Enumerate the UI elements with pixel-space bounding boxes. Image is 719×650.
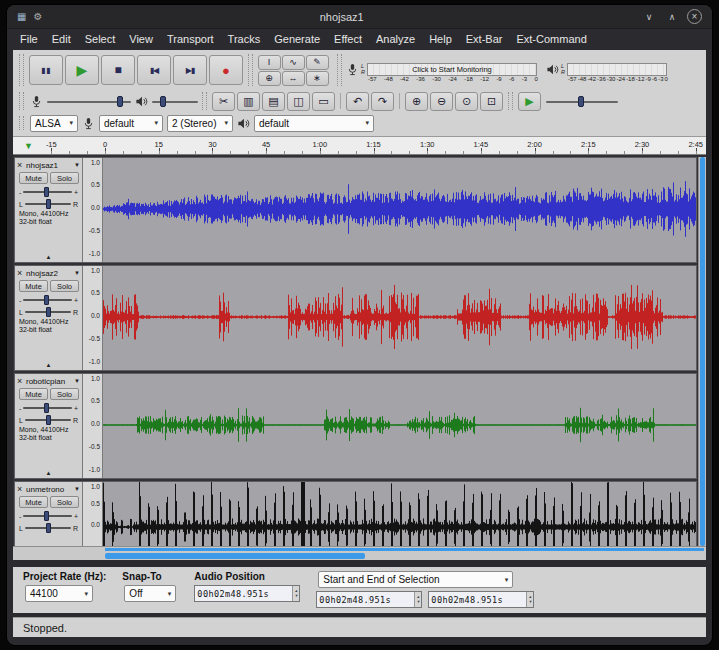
solo-button[interactable]: Solo xyxy=(50,172,79,184)
menu-tracks[interactable]: Tracks xyxy=(221,32,268,46)
play-at-speed-button[interactable]: ▶ xyxy=(518,92,541,111)
paste-button[interactable]: ▤ xyxy=(262,92,285,111)
mute-button[interactable]: Mute xyxy=(19,280,48,292)
pan-slider[interactable]: L R xyxy=(17,522,80,534)
mute-button[interactable]: Mute xyxy=(19,172,48,184)
play-button[interactable]: ▶ xyxy=(65,55,99,85)
mute-button[interactable]: Mute xyxy=(19,388,48,400)
selection-start-field[interactable]: 00h02m48.951s ▴▾ xyxy=(316,591,422,608)
gain-slider-track[interactable] xyxy=(23,186,72,198)
track-control-panel[interactable]: × nhojsaz1 ▼ Mute Solo - + L xyxy=(15,158,83,262)
track-name[interactable]: roboticpian xyxy=(26,377,72,386)
toolbar-grip[interactable] xyxy=(19,92,24,110)
project-rate-select[interactable]: 44100▾ xyxy=(25,585,93,602)
cut-button[interactable]: ✂ xyxy=(212,92,235,111)
selection-tool-button[interactable]: I xyxy=(258,55,281,70)
record-meter[interactable]: LR Click to Start Monitoring -57-48-42-3… xyxy=(346,63,538,82)
close-button[interactable]: × xyxy=(687,9,702,24)
spinner-down-icon[interactable]: ▾ xyxy=(529,600,531,605)
record-button[interactable]: ● xyxy=(209,55,243,85)
horizontal-scrollbar-thumb[interactable] xyxy=(105,553,365,559)
pan-slider-track[interactable] xyxy=(25,306,71,318)
toolbar-grip[interactable] xyxy=(508,92,513,110)
pan-slider-track[interactable] xyxy=(25,198,71,210)
vertical-scrollbar-thumb[interactable] xyxy=(700,157,705,546)
selection-mode-select[interactable]: Start and End of Selection▾ xyxy=(318,571,513,588)
toolbar-grip[interactable] xyxy=(202,92,207,110)
playback-device-select[interactable]: default▾ xyxy=(254,115,374,132)
recording-volume-slider[interactable] xyxy=(47,95,131,108)
gain-slider-track[interactable] xyxy=(23,402,72,414)
toolbar-grip[interactable] xyxy=(337,54,342,86)
menu-ext-command[interactable]: Ext-Command xyxy=(509,32,593,46)
selection-end-field[interactable]: 00h02m48.951s ▴▾ xyxy=(428,591,534,608)
track-close-button[interactable]: × xyxy=(17,485,24,494)
collapse-button[interactable]: ▲ xyxy=(20,469,77,478)
pan-slider[interactable]: L R xyxy=(17,306,80,318)
track-menu-arrow-icon[interactable]: ▼ xyxy=(74,486,80,492)
maximize-button[interactable]: ∧ xyxy=(664,12,680,22)
menu-edit[interactable]: Edit xyxy=(45,32,78,46)
play-speed-slider[interactable] xyxy=(546,95,618,108)
track-control-panel[interactable]: × unmetrono ▼ Mute Solo - + L xyxy=(15,482,83,546)
collapse-button[interactable]: ▲ xyxy=(20,253,77,262)
track-menu-arrow-icon[interactable]: ▼ xyxy=(74,162,80,168)
minimize-button[interactable]: ∨ xyxy=(641,12,657,22)
gain-slider[interactable]: - + xyxy=(17,402,80,414)
playback-meter[interactable]: LR -57-48-42-36-30-24-18-12-9-6-30 xyxy=(546,63,668,82)
menu-generate[interactable]: Generate xyxy=(267,32,327,46)
spinner-down-icon[interactable]: ▾ xyxy=(417,600,419,605)
vertical-scrollbar[interactable] xyxy=(698,157,706,546)
track-menu-arrow-icon[interactable]: ▼ xyxy=(74,378,80,384)
track-name[interactable]: nhojsaz2 xyxy=(26,269,72,278)
recording-device-select[interactable]: default▾ xyxy=(99,115,163,132)
waveform-area[interactable] xyxy=(103,158,696,262)
record-meter-bar[interactable]: Click to Start Monitoring xyxy=(367,63,537,76)
selection-start-value[interactable]: 00h02m48.951s xyxy=(317,595,393,605)
solo-button[interactable]: Solo xyxy=(50,388,79,400)
gain-slider[interactable]: - + xyxy=(17,510,80,522)
solo-button[interactable]: Solo xyxy=(50,496,79,508)
spinner[interactable]: ▴▾ xyxy=(414,592,421,607)
track-menu-arrow-icon[interactable]: ▼ xyxy=(74,270,80,276)
redo-button[interactable]: ↷ xyxy=(371,92,394,111)
menu-effect[interactable]: Effect xyxy=(327,32,369,46)
titlebar[interactable]: ▦ ⚙ nhojsaz1 ∨ ∧ × xyxy=(7,5,712,29)
menu-select[interactable]: Select xyxy=(78,32,123,46)
play-meter-bar[interactable] xyxy=(567,63,667,76)
timeline-options-icon[interactable]: ▼ xyxy=(24,141,33,151)
audio-position-value[interactable]: 00h02m48.951s xyxy=(195,589,271,599)
toolbar-grip[interactable] xyxy=(19,116,24,130)
menu-transport[interactable]: Transport xyxy=(160,32,221,46)
toolbar-grip[interactable] xyxy=(248,54,253,86)
zoom-in-button[interactable]: ⊕ xyxy=(405,92,428,111)
menu-view[interactable]: View xyxy=(122,32,160,46)
track-close-button[interactable]: × xyxy=(17,269,24,278)
monitoring-text[interactable]: Click to Start Monitoring xyxy=(412,65,492,74)
snap-to-select[interactable]: Off▾ xyxy=(124,585,176,602)
pause-button[interactable]: ▮▮ xyxy=(29,55,63,85)
silence-button[interactable]: ▭ xyxy=(312,92,335,111)
audio-host-select[interactable]: ALSA▾ xyxy=(30,115,78,132)
toolbar-grip[interactable] xyxy=(19,54,24,86)
spinner[interactable]: ▴▾ xyxy=(292,586,299,601)
spinner[interactable]: ▴▾ xyxy=(526,592,533,607)
zoom-tool-button[interactable]: ⊕ xyxy=(258,71,281,86)
settings-icon[interactable]: ⚙ xyxy=(33,11,42,22)
playback-volume-slider[interactable] xyxy=(152,95,198,108)
multi-tool-button[interactable]: ∗ xyxy=(306,71,329,86)
menu-ext-bar[interactable]: Ext-Bar xyxy=(459,32,510,46)
envelope-tool-button[interactable]: ∿ xyxy=(282,55,305,70)
copy-button[interactable]: ▥ xyxy=(237,92,260,111)
gain-slider-track[interactable] xyxy=(23,294,72,306)
pan-slider[interactable]: L R xyxy=(17,414,80,426)
skip-to-end-button[interactable]: ▶▮ xyxy=(173,55,207,85)
audio-position-field[interactable]: 00h02m48.951s ▴▾ xyxy=(194,585,300,602)
zoom-out-button[interactable]: ⊖ xyxy=(430,92,453,111)
pan-slider[interactable]: L R xyxy=(17,198,80,210)
track-name[interactable]: unmetrono xyxy=(26,485,72,494)
track-control-panel[interactable]: × nhojsaz2 ▼ Mute Solo - + L xyxy=(15,266,83,370)
pan-slider-track[interactable] xyxy=(25,522,71,534)
collapse-button[interactable]: ▲ xyxy=(20,361,77,370)
gain-slider-track[interactable] xyxy=(23,510,72,522)
